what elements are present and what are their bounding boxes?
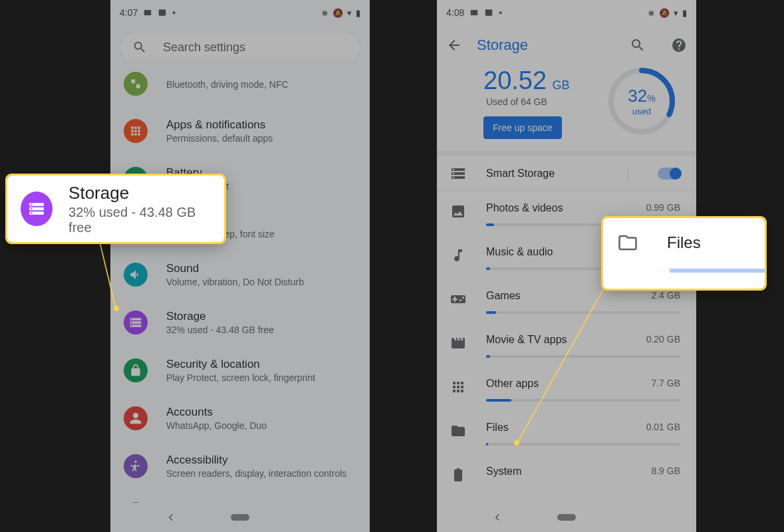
back-button[interactable] — [446, 37, 462, 53]
settings-screen: 4:07 • ⋇ 🔕 ▾ ▮ Search settings Bluetooth… — [110, 0, 370, 532]
connect-icon — [124, 72, 148, 96]
status-bar: 4:08 • ⋇ 🔕 ▾ ▮ — [437, 0, 696, 25]
smart-storage-toggle[interactable] — [658, 168, 680, 180]
search-settings[interactable]: Search settings — [120, 32, 360, 63]
nav-pill[interactable] — [231, 514, 249, 521]
search-placeholder: Search settings — [163, 41, 245, 55]
category-folder[interactable]: Files0.01 GB — [437, 411, 696, 455]
setting-sound[interactable]: SoundVolume, vibration, Do Not Disturb — [110, 251, 370, 299]
category-bar — [486, 311, 680, 314]
calendar-notif-icon — [484, 8, 493, 17]
divider-line — [628, 166, 628, 181]
nav-bar — [110, 503, 370, 532]
more-notif-dot: • — [172, 7, 176, 18]
setting-connect[interactable]: Bluetooth, driving mode, NFC — [110, 69, 370, 107]
photo-icon — [450, 203, 466, 219]
setting-title: Accessibility — [166, 454, 346, 467]
setting-sub: Volume, vibration, Do Not Disturb — [166, 277, 304, 287]
other-icon — [450, 379, 466, 395]
category-movie[interactable]: Movie & TV apps0.20 GB — [437, 323, 696, 367]
setting-sub: Play Protect, screen lock, fingerprint — [166, 372, 315, 383]
calendar-notif-icon — [158, 8, 167, 17]
battery-icon: ▮ — [682, 8, 687, 18]
music-icon — [450, 247, 466, 263]
category-bar — [486, 355, 680, 358]
svg-rect-4 — [159, 9, 166, 15]
photo-notif-icon — [469, 8, 479, 17]
setting-sub: WhatsApp, Google, Duo — [166, 420, 267, 431]
setting-apps[interactable]: Apps & notificationsPermissions, default… — [110, 107, 370, 155]
storage-hero: 20.52 GB Used of 64 GB Free up space 32%… — [437, 65, 696, 151]
setting-title: Storage — [166, 310, 274, 323]
bluetooth-icon: ⋇ — [321, 8, 328, 18]
category-label: Games — [486, 290, 521, 302]
games-icon — [450, 291, 466, 307]
app-bar: Storage — [437, 25, 696, 65]
setting-storage[interactable]: Storage32% used - 43.48 GB free — [110, 299, 370, 346]
used-unit: GB — [553, 78, 570, 92]
apps-icon — [124, 119, 148, 143]
setting-title: Security & location — [166, 358, 315, 371]
setting-access[interactable]: AccessibilityScreen readers, display, in… — [110, 442, 370, 490]
category-label: Music & audio — [486, 246, 553, 258]
storage-icon — [450, 166, 466, 182]
ring-pct: 32 — [628, 86, 647, 106]
smart-storage-row[interactable]: Smart Storage — [437, 156, 696, 192]
category-size: 2.4 GB — [651, 290, 680, 302]
storage-icon — [124, 311, 148, 334]
category-size: 0.01 GB — [646, 422, 680, 434]
dnd-icon: 🔕 — [332, 8, 343, 18]
setting-sub: Permissions, default apps — [166, 133, 273, 144]
nav-back-icon[interactable] — [491, 511, 503, 523]
category-label: System — [486, 466, 521, 477]
callout-files-label: Files — [667, 233, 701, 252]
sound-icon — [124, 263, 148, 287]
category-size: 8.9 GB — [651, 466, 680, 477]
callout-marker — [514, 440, 519, 446]
callout-marker — [114, 306, 119, 311]
callout-files-bar — [670, 269, 765, 273]
free-up-space-button[interactable]: Free up space — [483, 116, 562, 139]
ring-label: used — [632, 106, 651, 116]
search-icon — [132, 40, 147, 55]
bluetooth-icon: ⋇ — [648, 8, 655, 18]
status-time: 4:07 — [120, 7, 138, 18]
category-label: Movie & TV apps — [486, 334, 567, 346]
wifi-icon: ▾ — [674, 8, 678, 18]
nav-bar — [437, 503, 696, 532]
appbar-title: Storage — [477, 37, 604, 54]
setting-sub: Screen readers, display, interaction con… — [166, 468, 346, 479]
svg-rect-5 — [471, 10, 478, 15]
dnd-icon: 🔕 — [659, 8, 670, 18]
nav-pill[interactable] — [557, 514, 576, 521]
callout-sub: 32% used - 43.48 GB free — [68, 205, 211, 235]
accounts-icon — [124, 406, 148, 430]
movie-icon — [450, 335, 466, 351]
category-label: Files — [486, 422, 509, 434]
setting-title: Accounts — [166, 406, 267, 419]
setting-sub: 32% used - 43.48 GB free — [166, 325, 274, 335]
battery-icon: ▮ — [356, 8, 360, 18]
callout-storage: Storage 32% used - 43.48 GB free — [7, 176, 224, 242]
category-system[interactable]: System8.9 GB — [437, 455, 696, 492]
category-size: 0.99 GB — [646, 202, 680, 214]
setting-sub: Bluetooth, driving mode, NFC — [166, 79, 289, 90]
access-icon — [124, 454, 148, 478]
used-subtitle: Used of 64 GB — [486, 96, 581, 107]
category-bar — [486, 399, 680, 402]
category-label: Other apps — [486, 378, 539, 390]
photo-notif-icon — [143, 8, 152, 17]
svg-rect-3 — [144, 10, 152, 15]
search-button[interactable] — [630, 37, 646, 53]
status-time: 4:08 — [446, 7, 464, 18]
system-icon — [450, 467, 466, 483]
callout-files: Files — [603, 218, 765, 289]
help-button[interactable] — [671, 37, 687, 53]
setting-accounts[interactable]: AccountsWhatsApp, Google, Duo — [110, 394, 370, 442]
more-notif-dot: • — [499, 7, 502, 18]
category-other[interactable]: Other apps7.7 GB — [437, 367, 696, 411]
category-size: 0.20 GB — [646, 334, 680, 346]
nav-back-icon[interactable] — [165, 511, 177, 523]
setting-security[interactable]: Security & locationPlay Protect, screen … — [110, 346, 370, 394]
callout-title: Storage — [68, 183, 211, 203]
